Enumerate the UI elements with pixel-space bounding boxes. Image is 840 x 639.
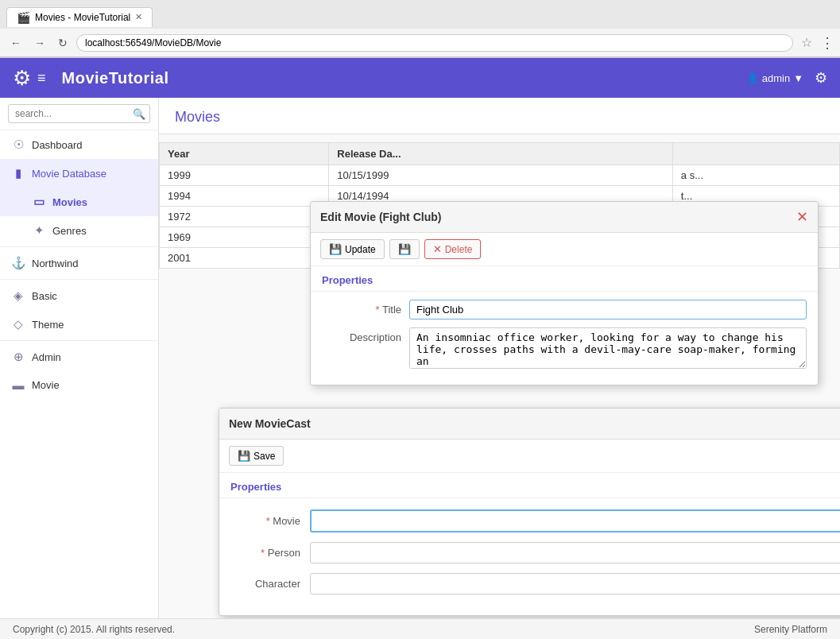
edit-section-title: Properties [311,266,818,292]
description-label: Description [322,327,409,343]
back-button[interactable]: ← [6,35,25,51]
basic-icon: ◈ [11,289,25,303]
sidebar-item-movie-database[interactable]: ▮ Movie Database [0,159,158,188]
edit-modal-toolbar: 💾 Update 💾 ✕ Delete [311,233,818,266]
col-extra [672,143,839,165]
update-button[interactable]: 💾 Update [320,239,385,259]
search-icon: 🔍 [133,108,145,120]
genres-icon: ✦ [32,223,46,238]
cell-year: 1999 [160,165,329,186]
table-row[interactable]: 1999 10/15/1999 a s... [160,165,840,186]
cast-save-button[interactable]: 💾 Save [229,446,284,466]
sidebar-search-container: 🔍 [0,98,158,130]
main-header: Movies [159,98,840,134]
sidebar-item-northwind[interactable]: ⚓ Northwind [0,249,158,277]
search-input[interactable] [8,104,150,123]
person-field-row: * Person [230,542,840,563]
description-textarea[interactable]: An insomniac office worker, looking for … [409,327,807,369]
character-input[interactable] [310,573,840,594]
edit-modal-close-button[interactable]: ✕ [796,208,808,226]
sidebar-item-movie2[interactable]: ▬ Movie [0,371,158,399]
theme-icon: ◇ [11,317,25,331]
cell-year: 1972 [160,207,329,227]
sidebar-item-movies[interactable]: ▭ Movies [0,188,158,216]
edit-movie-modal: Edit Movie (Fight Club) ✕ 💾 Update 💾 ✕ D… [310,201,819,385]
cast-modal-title: New MovieCast [229,417,311,430]
address-bar[interactable] [76,34,793,52]
new-moviecast-modal: New MovieCast ✕ 💾 Save Properties * Movi… [219,408,840,616]
app-title: MovieTutorial [62,69,746,87]
sidebar-item-label: Basic [32,290,57,302]
sidebar-item-label: Admin [32,351,61,363]
col-release: Release Da... [329,143,673,165]
browser-menu-icon[interactable]: ⋮ [820,34,834,52]
person-required-marker: * [261,547,265,559]
movie2-icon: ▬ [11,378,25,392]
movie-database-icon: ▮ [11,166,25,180]
cast-modal-header: New MovieCast ✕ [219,409,840,440]
bookmark-icon: ☆ [801,35,812,50]
title-label: * Title [322,300,409,316]
northwind-icon: ⚓ [11,256,25,270]
character-field-row: Character [230,573,840,594]
hamburger-menu-icon[interactable]: ≡ [37,70,46,87]
movie-label: * Movie [230,515,310,527]
edit-modal-title: Edit Movie (Fight Club) [320,211,441,223]
update-label: Update [345,244,376,255]
person-label: * Person [230,547,310,559]
sidebar-item-label: Theme [32,319,64,331]
update-icon: 💾 [329,243,342,255]
main-content: Movies Year Release Da... 1999 10/ [159,98,840,618]
cell-year: 1969 [160,227,329,248]
sidebar-item-admin[interactable]: ⊕ Admin [0,343,158,371]
cast-save-icon: 💾 [238,450,250,462]
description-field-row: Description An insomniac office worker, … [322,327,807,369]
app-header: ⚙ ≡ MovieTutorial 👤 admin ▼ ⚙ [0,58,840,98]
sidebar-item-dashboard[interactable]: ☉ Dashboard [0,130,158,159]
user-icon: 👤 [746,72,759,84]
cell-extra: a s... [672,165,839,186]
cell-release: 10/15/1999 [329,165,673,186]
sidebar-item-label: Movie Database [32,168,106,180]
browser-tab[interactable]: 🎬 Movies - MovieTutorial ✕ [6,7,153,27]
sidebar-item-label: Movies [52,196,87,208]
forward-button[interactable]: → [30,35,49,51]
movie-input[interactable] [310,509,840,532]
page-title: Movies [175,109,220,125]
sidebar-item-label: Genres [52,225,87,237]
sidebar-item-basic[interactable]: ◈ Basic [0,281,158,310]
tab-title: Movies - MovieTutorial [35,12,130,23]
sidebar-item-genres[interactable]: ✦ Genres [0,216,158,245]
delete-label: Delete [445,244,473,255]
title-input[interactable] [409,300,807,320]
app-logo-icon: ⚙ [13,66,31,91]
sidebar-item-theme[interactable]: ◇ Theme [0,310,158,339]
admin-icon: ⊕ [11,350,25,364]
cell-year: 2001 [160,248,329,269]
edit-modal-body: * Title Description An insomniac office … [311,292,818,385]
tab-close-button[interactable]: ✕ [135,12,142,22]
movie-required-marker: * [266,515,270,527]
user-label: admin [762,72,790,84]
dashboard-icon: ☉ [11,137,25,152]
cell-year: 1994 [160,186,329,207]
footer-platform: Serenity Platform [754,624,827,635]
delete-button[interactable]: ✕ Delete [424,239,482,259]
movies-icon: ▭ [32,195,46,209]
col-year: Year [160,143,329,165]
floppy-icon: 💾 [398,243,411,255]
app-footer: Copyright (c) 2015. All rights reserved.… [0,618,840,639]
title-required-marker: * [375,304,379,316]
cast-save-label: Save [254,451,275,462]
cast-modal-toolbar: 💾 Save [219,440,840,473]
app-settings-icon[interactable]: ⚙ [815,69,827,87]
sidebar-item-label: Movie [32,379,60,391]
edit-modal-header: Edit Movie (Fight Club) ✕ [311,202,818,233]
reload-button[interactable]: ↻ [54,35,72,51]
user-menu[interactable]: 👤 admin ▼ [746,72,803,84]
person-input[interactable] [310,542,840,563]
sidebar-item-label: Northwind [32,258,79,269]
save-icon-button[interactable]: 💾 [389,239,420,259]
sidebar: 🔍 ☉ Dashboard ▮ Movie Database ▭ Movies … [0,98,159,618]
title-field-row: * Title [322,300,807,320]
